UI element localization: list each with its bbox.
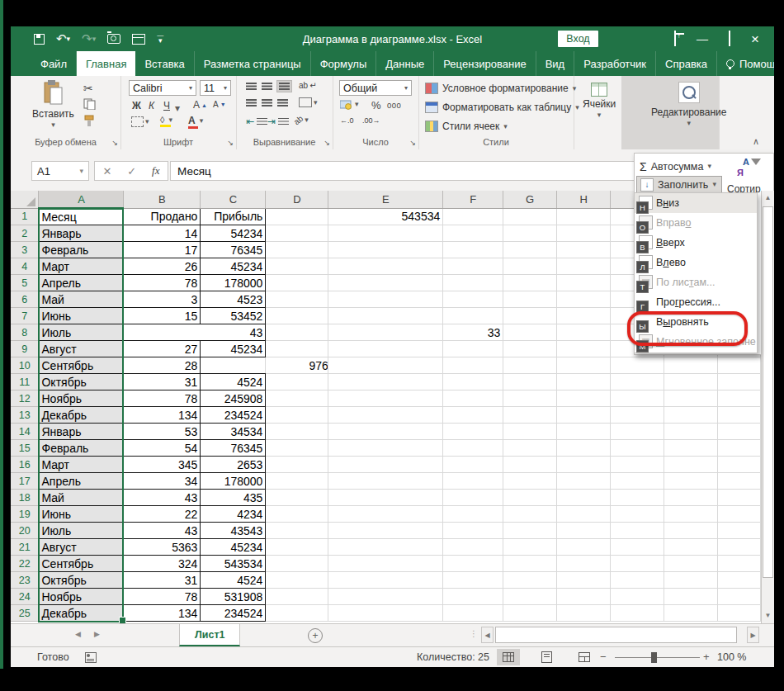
cell[interactable] xyxy=(443,275,503,291)
cell[interactable]: 17 xyxy=(124,242,201,258)
number-format-combo[interactable]: Общий▾ xyxy=(339,80,412,96)
underline-dropdown-icon[interactable]: ▾ xyxy=(175,103,180,113)
scroll-up-icon[interactable]: ▲ xyxy=(762,191,774,205)
row-header-6[interactable]: 6 xyxy=(11,291,39,308)
font-color-button[interactable]: А▾ xyxy=(188,115,203,126)
accounting-format-icon[interactable]: ▾ xyxy=(340,99,359,110)
cell[interactable]: 54 xyxy=(124,440,201,457)
row-header-22[interactable]: 22 xyxy=(11,556,39,572)
menu-item-Вниз[interactable]: ↓НВниз xyxy=(635,193,757,213)
cell[interactable] xyxy=(664,457,718,473)
font-name-combo[interactable]: Calibri▾ xyxy=(129,80,196,96)
cell[interactable] xyxy=(503,506,557,523)
collapse-ribbon-icon[interactable]: ∧ xyxy=(753,136,759,147)
cell[interactable] xyxy=(611,506,664,523)
cell[interactable] xyxy=(717,357,760,374)
cell[interactable] xyxy=(717,424,760,440)
row-header-7[interactable]: 7 xyxy=(11,308,39,324)
cell[interactable] xyxy=(328,407,443,424)
column-header-E[interactable]: E xyxy=(328,191,443,208)
cell[interactable] xyxy=(503,308,557,324)
align-right-icon[interactable] xyxy=(277,99,288,106)
column-header-B[interactable]: B xyxy=(124,191,201,208)
cell[interactable]: 45234 xyxy=(201,258,266,275)
cell[interactable] xyxy=(503,424,557,440)
cell[interactable] xyxy=(557,341,611,357)
cell[interactable] xyxy=(611,390,664,407)
cell[interactable] xyxy=(611,605,664,622)
cell[interactable] xyxy=(328,258,443,275)
cell[interactable] xyxy=(557,440,611,457)
cell[interactable] xyxy=(717,407,760,424)
format-painter-icon[interactable] xyxy=(83,114,97,127)
cell[interactable] xyxy=(664,572,718,589)
cell[interactable] xyxy=(328,341,443,357)
zoom-slider-handle[interactable] xyxy=(651,652,657,663)
cell[interactable] xyxy=(328,457,443,473)
cell[interactable] xyxy=(611,407,664,424)
cell[interactable] xyxy=(266,390,328,407)
cell[interactable] xyxy=(503,440,557,457)
cell[interactable] xyxy=(717,390,760,407)
cell[interactable] xyxy=(443,374,503,390)
cell[interactable] xyxy=(664,539,718,556)
menu-item-Влево[interactable]: ←ЛВлево xyxy=(635,253,757,272)
cell[interactable] xyxy=(557,308,611,324)
cell[interactable] xyxy=(266,539,328,556)
cell[interactable] xyxy=(557,258,611,275)
cell[interactable] xyxy=(664,357,718,374)
cell[interactable] xyxy=(328,275,443,291)
column-header-F[interactable]: F xyxy=(443,191,503,208)
cell[interactable] xyxy=(664,490,718,506)
menu-item-Вверх[interactable]: ↑ВВверх xyxy=(635,233,757,253)
cell[interactable] xyxy=(328,589,443,605)
cell[interactable] xyxy=(328,605,443,622)
cell[interactable]: 53452 xyxy=(201,308,266,324)
cell[interactable] xyxy=(443,208,503,225)
row-header-4[interactable]: 4 xyxy=(11,258,39,275)
editing-group-collapsed[interactable]: Редактирование ▾ xyxy=(621,76,720,149)
cell[interactable] xyxy=(664,556,718,572)
row-header-5[interactable]: 5 xyxy=(11,275,39,291)
enter-icon[interactable]: ✓ xyxy=(127,165,136,177)
cell[interactable] xyxy=(557,523,611,539)
cell[interactable] xyxy=(503,324,557,341)
cell[interactable]: Июнь xyxy=(39,308,124,324)
cell[interactable] xyxy=(557,225,611,242)
cell[interactable] xyxy=(266,490,328,506)
cell[interactable] xyxy=(443,258,503,275)
sheet-nav-arrows[interactable]: ◀▶ xyxy=(75,630,113,638)
scrollbar-grip[interactable]: ⋮ xyxy=(470,629,478,638)
row-header-2[interactable]: 2 xyxy=(11,225,39,242)
cell[interactable] xyxy=(443,490,503,506)
cell[interactable] xyxy=(557,473,611,490)
cell[interactable] xyxy=(503,275,557,291)
cell[interactable] xyxy=(443,341,503,357)
cell[interactable] xyxy=(443,457,503,473)
underline-button[interactable]: Ч xyxy=(163,100,170,111)
cell[interactable] xyxy=(664,605,718,622)
align-middle-icon[interactable] xyxy=(262,83,272,90)
cell[interactable] xyxy=(328,506,443,523)
cell[interactable]: 34 xyxy=(124,473,201,490)
ribbon-tab-Рецензирование[interactable]: Рецензирование xyxy=(434,51,536,76)
cell[interactable] xyxy=(664,424,718,440)
row-header-14[interactable]: 14 xyxy=(11,424,39,440)
ribbon-tab-Данные[interactable]: Данные xyxy=(376,51,434,76)
cell[interactable] xyxy=(328,225,443,242)
cell[interactable] xyxy=(557,506,611,523)
cell[interactable]: Октябрь xyxy=(39,572,124,589)
cell[interactable]: 234524 xyxy=(201,407,266,424)
zoom-out-icon[interactable]: − xyxy=(600,651,607,663)
row-header-19[interactable]: 19 xyxy=(11,506,39,523)
page-layout-view-button[interactable] xyxy=(535,649,558,665)
row-header-9[interactable]: 9 xyxy=(11,341,39,357)
cell[interactable] xyxy=(266,242,328,258)
cell[interactable] xyxy=(717,539,760,556)
cell[interactable] xyxy=(443,473,503,490)
ribbon-tab-Разработчик[interactable]: Разработчик xyxy=(574,51,656,76)
cell[interactable] xyxy=(443,424,503,440)
cell[interactable] xyxy=(557,242,611,258)
decrease-decimal-icon[interactable]: .00→ xyxy=(362,116,380,125)
cell[interactable] xyxy=(717,556,760,572)
